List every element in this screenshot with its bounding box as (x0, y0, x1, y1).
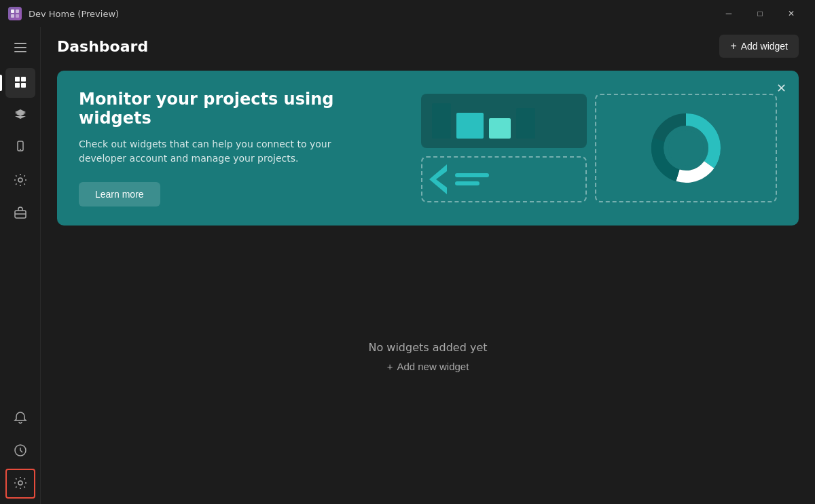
titlebar: Dev Home (Preview) ─ □ ✕ (0, 0, 815, 27)
sidebar-item-settings[interactable] (5, 469, 35, 499)
sidebar-item-layers[interactable] (5, 101, 35, 130)
svg-rect-1 (16, 10, 19, 13)
empty-state: No widgets added yet + Add new widget (57, 226, 799, 488)
sidebar-item-briefcase[interactable] (5, 198, 35, 228)
add-new-widget-button[interactable]: + Add new widget (387, 361, 469, 372)
add-new-widget-label: Add new widget (397, 361, 469, 372)
sidebar-bottom (0, 403, 40, 499)
svg-rect-2 (11, 14, 14, 18)
svg-rect-5 (21, 77, 26, 82)
add-widget-button[interactable]: + Add widget (719, 35, 799, 58)
dashboard-icon (14, 75, 27, 91)
sidebar-item-notifications[interactable] (5, 403, 35, 433)
svg-rect-0 (11, 10, 14, 13)
sidebar-item-dashboard[interactable] (5, 68, 35, 98)
sidebar (0, 27, 41, 504)
briefcase-icon (14, 206, 27, 221)
minimize-button[interactable]: ─ (713, 3, 744, 24)
promo-banner: ✕ Monitor your projects using widgets Ch… (57, 71, 799, 226)
donut-chart (649, 111, 723, 185)
svg-point-19 (668, 130, 704, 166)
svg-point-9 (20, 149, 21, 150)
banner-text: Monitor your projects using widgets Chec… (79, 90, 405, 206)
banner-illustration (421, 94, 777, 202)
widget-preview-left (421, 94, 587, 202)
titlebar-controls: ─ □ ✕ (713, 3, 807, 24)
close-button[interactable]: ✕ (776, 3, 807, 24)
svg-rect-7 (21, 83, 26, 88)
svg-point-10 (18, 178, 22, 182)
extensions-icon (14, 444, 27, 459)
notification-icon (14, 411, 27, 427)
arrow-shape (429, 164, 447, 194)
titlebar-left: Dev Home (Preview) (8, 7, 119, 20)
sidebar-item-extensions[interactable] (5, 436, 35, 466)
donut-widget-mock (595, 94, 777, 202)
banner-description: Check out widgets that can help you conn… (79, 137, 378, 166)
add-widget-label: Add widget (741, 41, 788, 52)
hamburger-menu[interactable] (5, 33, 35, 62)
gear-small-icon (14, 173, 27, 189)
hamburger-line-1 (14, 43, 26, 44)
bar-3 (489, 118, 511, 139)
svg-rect-4 (15, 77, 20, 82)
sidebar-item-gear[interactable] (5, 166, 35, 196)
layers-icon (14, 108, 27, 124)
bar-1 (432, 103, 451, 139)
svg-point-14 (18, 481, 22, 485)
hamburger-line-3 (14, 51, 26, 52)
content-body: ✕ Monitor your projects using widgets Ch… (41, 65, 815, 504)
device-icon (14, 141, 27, 156)
sidebar-top (0, 68, 40, 403)
learn-more-button[interactable]: Learn more (79, 182, 160, 206)
hamburger-line-2 (14, 47, 26, 48)
content-area: Dashboard + Add widget ✕ Monitor your pr… (41, 27, 815, 504)
bar-2 (456, 113, 484, 139)
empty-state-message: No widgets added yet (368, 341, 487, 354)
titlebar-title: Dev Home (Preview) (29, 9, 119, 19)
plus-icon: + (730, 40, 736, 52)
arrow-widget-mock (421, 156, 587, 202)
settings-icon (14, 476, 27, 492)
line-1 (455, 173, 489, 177)
sidebar-item-device[interactable] (5, 133, 35, 163)
app-icon (8, 7, 22, 20)
main-layout: Dashboard + Add widget ✕ Monitor your pr… (0, 27, 815, 504)
banner-title: Monitor your projects using widgets (79, 90, 405, 128)
svg-rect-3 (16, 14, 19, 18)
line-2 (455, 181, 479, 185)
maximize-button[interactable]: □ (744, 3, 776, 24)
bar-chart-widget-mock (421, 94, 587, 148)
svg-rect-6 (15, 83, 20, 88)
add-new-plus-icon: + (387, 361, 393, 372)
lines-shape (455, 173, 489, 185)
bar-4 (516, 108, 535, 139)
page-title: Dashboard (57, 38, 148, 55)
arrow-inner (436, 171, 447, 187)
content-header: Dashboard + Add widget (41, 27, 815, 65)
